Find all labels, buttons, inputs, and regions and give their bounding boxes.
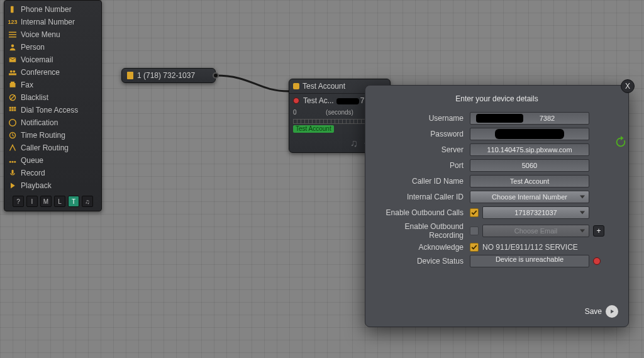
tool-blacklist[interactable]: Blacklist — [4, 91, 101, 104]
svg-rect-2 — [9, 34, 16, 35]
timeline-bar[interactable]: Test Account — [293, 125, 334, 133]
mail-icon — [8, 55, 17, 64]
scale-start: 0 — [293, 109, 297, 116]
footer-t[interactable]: T — [68, 196, 79, 207]
tool-fax[interactable]: Fax — [4, 79, 101, 91]
tool-internal-number[interactable]: 123Internal Number — [4, 16, 101, 28]
tool-label: Voice Menu — [21, 30, 60, 39]
tool-label: Record — [21, 169, 45, 177]
svg-rect-9 — [10, 83, 16, 87]
fax-icon — [8, 81, 17, 89]
tool-label: Fax — [21, 81, 33, 89]
tool-dial-tone[interactable]: Dial Tone Access — [4, 104, 101, 116]
tool-voice-menu[interactable]: Voice Menu — [4, 28, 101, 41]
acknowledge-checkbox[interactable] — [470, 243, 479, 252]
toolbox-footer: ? I M L T ♫ — [4, 196, 101, 207]
label-recording: Enable Outbound Recording — [375, 222, 470, 240]
device-settings-dialog: X Enter your device details Username Pas… — [365, 85, 629, 327]
recording-checkbox[interactable] — [470, 227, 479, 235]
phone-number-node[interactable]: 1 (718) 732-1037 — [121, 68, 216, 83]
tool-label: Time Routing — [21, 131, 65, 140]
svg-point-23 — [14, 161, 16, 163]
tool-playback[interactable]: Playback — [4, 179, 101, 192]
svg-rect-1 — [9, 32, 16, 33]
save-button[interactable]: Save — [585, 305, 618, 318]
toolbox-panel: Phone Number 123Internal Number Voice Me… — [4, 0, 102, 211]
footer-music[interactable]: ♫ — [82, 196, 93, 207]
svg-rect-16 — [9, 109, 11, 111]
tool-caller-routing[interactable]: Caller Routing — [4, 142, 101, 154]
route-icon — [8, 143, 17, 152]
footer-help[interactable]: ? — [13, 196, 24, 207]
port-input[interactable] — [470, 159, 589, 172]
svg-point-6 — [10, 70, 13, 73]
ban-icon — [8, 93, 17, 102]
svg-rect-0 — [11, 6, 14, 13]
device-icon — [293, 83, 299, 89]
output-port[interactable] — [213, 72, 219, 79]
footer-i[interactable]: I — [26, 196, 38, 207]
tool-queue[interactable]: Queue — [4, 154, 101, 167]
tool-label: Conference — [21, 68, 60, 77]
close-icon[interactable]: X — [621, 79, 635, 93]
label-internal: Internal Caller ID — [375, 193, 470, 201]
footer-l[interactable]: L — [54, 196, 65, 207]
tool-person[interactable]: Person — [4, 41, 101, 53]
svg-point-4 — [11, 45, 14, 48]
device-status-field: Device is unreachable — [470, 255, 589, 267]
tool-phone-number[interactable]: Phone Number — [4, 3, 101, 16]
tool-label: Notification — [21, 118, 58, 127]
tool-voicemail[interactable]: Voicemail — [4, 53, 101, 66]
clock-icon — [8, 131, 17, 140]
queue-icon — [8, 156, 17, 165]
label-port: Port — [375, 161, 470, 170]
chevron-down-icon — [580, 196, 585, 199]
tool-label: Queue — [21, 156, 43, 165]
server-input[interactable] — [470, 143, 589, 156]
recording-email-select[interactable]: Choose Email — [482, 225, 589, 237]
tool-label: Caller Routing — [21, 143, 69, 152]
label-username: Username — [375, 114, 470, 123]
outbound-number-select[interactable]: 17187321037 — [482, 206, 589, 219]
music-icon[interactable]: ♫ — [350, 138, 358, 150]
label-server: Server — [375, 145, 470, 154]
phone-icon — [127, 72, 133, 79]
tool-record[interactable]: Record — [4, 167, 101, 179]
chevron-down-icon — [580, 211, 585, 215]
tool-time-routing[interactable]: Time Routing — [4, 129, 101, 142]
outbound-checkbox[interactable] — [470, 208, 479, 217]
menu-icon — [8, 30, 17, 39]
svg-rect-14 — [12, 107, 14, 109]
tool-label: Dial Tone Access — [21, 106, 78, 115]
svg-marker-26 — [611, 310, 614, 313]
acknowledge-text: NO 911/E911/112 SERVICE — [482, 243, 578, 252]
tool-conference[interactable]: Conference — [4, 66, 101, 79]
status-dot-icon — [293, 98, 299, 104]
svg-rect-15 — [14, 107, 16, 109]
internal-caller-select[interactable]: Choose Internal Number — [470, 191, 589, 203]
tool-label: Internal Number — [21, 18, 75, 26]
footer-m[interactable]: M — [40, 196, 52, 207]
device-node-title: Test Account — [303, 82, 345, 91]
tool-label: Voicemail — [21, 55, 53, 64]
dialog-title: Enter your device details — [375, 94, 618, 103]
svg-rect-13 — [9, 107, 11, 109]
tool-notification[interactable]: Notification — [4, 116, 101, 129]
label-ack: Acknowledge — [375, 243, 470, 252]
tool-label: Person — [21, 43, 45, 52]
tool-label: Phone Number — [21, 5, 72, 14]
svg-rect-3 — [9, 36, 16, 38]
add-email-button[interactable]: + — [593, 225, 604, 237]
svg-rect-10 — [11, 82, 14, 83]
numpad-icon: 123 — [8, 18, 17, 26]
svg-line-12 — [10, 95, 15, 100]
svg-rect-18 — [14, 109, 16, 111]
svg-rect-24 — [12, 170, 14, 174]
svg-rect-17 — [12, 109, 14, 111]
scale-mid: (seconds) — [326, 109, 353, 116]
tool-label: Playback — [21, 181, 52, 190]
caller-id-input[interactable] — [470, 175, 589, 187]
tool-label: Blacklist — [21, 93, 48, 102]
phone-icon — [8, 5, 17, 14]
label-cid: Caller ID Name — [375, 177, 470, 186]
